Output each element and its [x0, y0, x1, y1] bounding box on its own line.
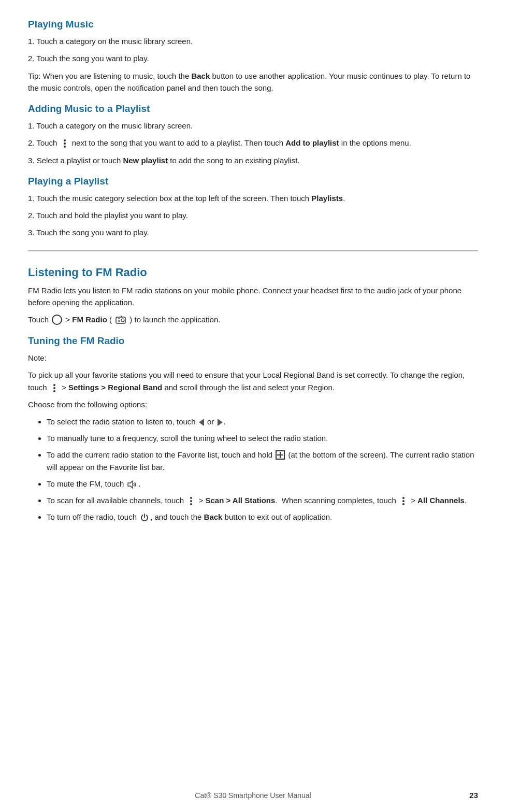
svg-point-1 — [121, 319, 124, 322]
settings-regional-bold: Settings > Regional Band — [68, 383, 162, 392]
plus-box-icon — [276, 450, 285, 460]
right-arrow-icon — [218, 419, 223, 426]
menu-icon-4 — [399, 496, 408, 506]
footer-text: Cat® S30 Smartphone User Manual — [195, 791, 311, 800]
svg-rect-0 — [116, 317, 125, 323]
listening-fm-title: Listening to FM Radio — [28, 266, 478, 279]
page-content: Playing Music 1. Touch a category on the… — [0, 0, 506, 572]
listening-fm-section: FM Radio lets you listen to FM radio sta… — [28, 284, 478, 326]
playlist-step-3: 3. Touch the song you want to play. — [28, 226, 478, 238]
step-1: 1. Touch a category on the music library… — [28, 35, 478, 47]
menu-icon — [61, 138, 69, 149]
back-bold: Back — [191, 72, 210, 80]
bullet-1: To select the radio station to listen to… — [47, 416, 478, 428]
playing-music-section: 1. Touch a category on the music library… — [28, 35, 478, 94]
playing-playlist-title: Playing a Playlist — [28, 176, 478, 187]
adding-music-section: 1. Touch a category on the music library… — [28, 120, 478, 166]
svg-marker-6 — [128, 481, 133, 488]
add-to-playlist-bold: Add to playlist — [285, 138, 339, 147]
speaker-icon — [127, 480, 137, 489]
bullet-4: To mute the FM, touch . — [47, 478, 478, 490]
options-list: To select the radio station to listen to… — [47, 416, 478, 523]
footer: Cat® S30 Smartphone User Manual — [0, 791, 506, 800]
bullet-3: To add the current radio station to the … — [47, 449, 478, 474]
add-step-2: 2. Touch next to the song that you want … — [28, 137, 478, 149]
power-icon — [140, 513, 149, 522]
menu-icon-3 — [187, 496, 195, 506]
choose-label: Choose from the following options: — [28, 398, 478, 410]
bullet-5: To scan for all available channels, touc… — [47, 494, 478, 507]
playing-playlist-section: 1. Touch the music category selection bo… — [28, 192, 478, 239]
playing-music-title: Playing Music — [28, 19, 478, 30]
footer-page: 23 — [469, 791, 478, 800]
bullet-6: To turn off the radio, touch , and touch… — [47, 511, 478, 523]
playlists-bold: Playlists — [311, 194, 343, 203]
tuning-fm-title: Tuning the FM Radio — [28, 335, 478, 347]
fm-icon — [115, 314, 126, 325]
new-playlist-bold: New playlist — [123, 156, 168, 165]
left-arrow-icon — [199, 419, 204, 426]
add-step-3: 3. Select a playlist or touch New playli… — [28, 154, 478, 166]
back-bold-2: Back — [204, 512, 223, 521]
fm-intro: FM Radio lets you listen to FM radio sta… — [28, 284, 478, 309]
menu-icon-2 — [50, 383, 59, 393]
circle-icon — [52, 315, 62, 325]
section-divider — [28, 250, 478, 251]
tuning-fm-section: Note: To pick up all your favorite stati… — [28, 352, 478, 523]
adding-music-title: Adding Music to a Playlist — [28, 103, 478, 115]
playlist-step-1: 1. Touch the music category selection bo… — [28, 192, 478, 204]
fm-launch: Touch > FM Radio ( ) to launch the appli… — [28, 314, 478, 326]
note-label: Note: — [28, 352, 478, 364]
note-text: To pick up all your favorite stations yo… — [28, 369, 478, 393]
all-channels-bold: All Channels — [417, 496, 465, 505]
bullet-2: To manually tune to a frequency, scroll … — [47, 432, 478, 445]
scan-all-stations-bold: Scan > All Stations — [205, 496, 275, 505]
fm-radio-bold: FM Radio — [72, 315, 107, 324]
tip-text: Tip: When you are listening to music, to… — [28, 70, 478, 94]
step-2: 2. Touch the song you want to play. — [28, 52, 478, 64]
add-step-1: 1. Touch a category on the music library… — [28, 120, 478, 132]
playlist-step-2: 2. Touch and hold the playlist you want … — [28, 209, 478, 221]
